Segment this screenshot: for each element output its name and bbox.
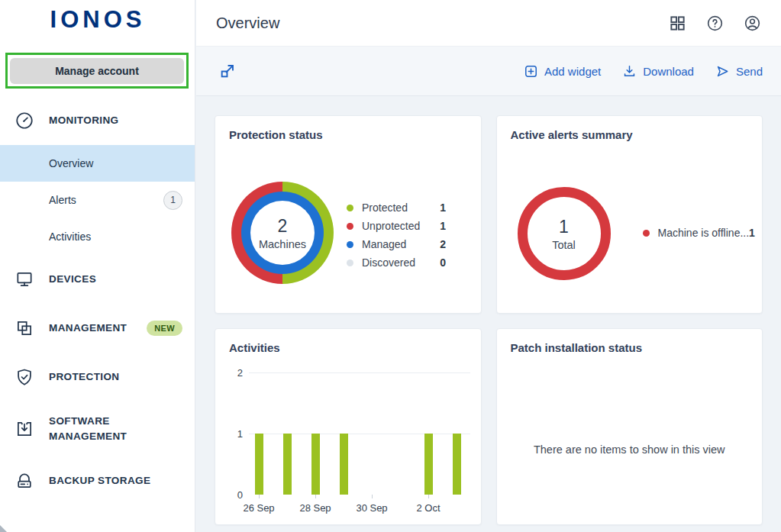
sidebar-item-overview[interactable]: Overview [0,145,195,182]
overlapping-squares-icon [15,318,34,338]
sidebar-item-label: Activities [49,231,91,243]
sidebar-item-label: DEVICES [49,272,96,287]
download-button[interactable]: Download [622,64,694,79]
send-button[interactable]: Send [715,64,763,79]
widget-title: Active alerts summary [511,128,749,141]
legend-item: Protected 1 [347,198,446,217]
dashboard-toolbar: Add widget Download Send [196,47,781,96]
y-axis-tick-label: 2 [223,367,243,379]
activity-bar [453,434,461,495]
activity-bar [283,434,292,495]
y-axis-tick-label: 0 [223,489,243,501]
sidebar-item-label: MANAGEMENT [49,321,127,336]
widget-patch-installation-status: Patch installation status There are no i… [496,328,763,525]
alerts-total-label: Total [552,239,576,251]
widget-title: Protection status [229,128,467,141]
legend-dot [347,223,353,230]
y-axis-tick-label: 1 [223,428,243,440]
x-axis-tick-label: 28 Sep [299,502,331,514]
activities-plot: 01226 Sep28 Sep30 Sep2 Oct [215,366,481,522]
sidebar-item-label: Overview [49,157,93,169]
legend-dot [643,230,650,237]
widget-activities: Activities 01226 Sep28 Sep30 Sep2 Oct [215,328,482,525]
sidebar-item-management[interactable]: MANAGEMENT NEW [0,310,195,347]
download-icon [622,64,637,79]
sidebar-resize-handle[interactable] [0,525,7,532]
dashboard-grid: Protection status 2 Machines Protected 1… [196,97,781,532]
sidebar-item-label: SOFTWARE MANAGEMENT [49,414,156,443]
gauge-icon [15,111,34,131]
legend-dot [347,241,353,248]
apps-grid-icon[interactable] [669,15,686,32]
sidebar-item-label: PROTECTION [49,369,120,385]
alerts-count-badge: 1 [163,191,182,210]
protection-donut-chart: 2 Machines [231,182,334,284]
x-axis-tick-label: 2 Oct [416,502,440,514]
manage-account-button[interactable]: Manage account [10,58,184,84]
sidebar-item-backup-storage[interactable]: BACKUP STORAGE [0,463,195,499]
legend-item: Managed 2 [347,235,446,253]
add-widget-button[interactable]: Add widget [524,64,601,79]
legend-dot [347,260,353,266]
x-axis-tick [315,495,316,498]
empty-state-text: There are no items to show in this view [497,443,763,456]
main-area: Overview [196,0,781,532]
sidebar-item-protection[interactable]: PROTECTION [0,359,195,395]
sidebar-item-label: BACKUP STORAGE [49,473,150,488]
activity-bar [255,434,263,495]
sidebar: IONOS Manage account MONITORING Overview… [0,0,195,532]
machines-count: 2 [278,216,288,237]
expand-icon[interactable] [219,63,236,79]
sidebar-item-devices[interactable]: DEVICES [0,261,195,298]
x-axis-tick-label: 26 Sep [243,502,274,514]
x-axis-tick-label: 30 Sep [356,502,387,514]
account-icon[interactable] [744,15,761,32]
widget-active-alerts-summary: Active alerts summary 1 Total Machine is… [496,115,763,314]
annotation-highlight-box: Manage account [5,53,189,89]
alerts-ring: 1 Total [518,187,611,280]
sidebar-item-label: MONITORING [49,113,119,128]
package-install-icon [15,419,34,439]
shield-check-icon [15,367,34,387]
gridline [249,372,470,373]
storage-drive-icon [15,471,34,491]
activity-bar [311,434,320,495]
send-icon [715,64,730,79]
sidebar-item-label: Alerts [49,194,76,206]
page-header: Overview [196,0,781,47]
sidebar-item-monitoring[interactable]: MONITORING [0,102,195,139]
help-icon[interactable] [706,15,724,32]
page-title: Overview [216,15,279,32]
widget-title: Activities [229,341,467,354]
legend-dot [347,205,353,211]
activity-bar [424,434,433,495]
gridline [249,434,470,434]
sidebar-item-alerts[interactable]: Alerts 1 [0,182,195,218]
ionos-logo: IONOS [0,6,195,34]
x-axis-tick [372,495,373,498]
machines-label: Machines [259,238,306,250]
legend-item: Unprotected 1 [347,217,446,235]
sidebar-nav: MONITORING Overview Alerts 1 Activities [0,89,195,499]
x-axis-tick [259,495,260,498]
protection-legend: Protected 1 Unprotected 1 Managed 2 Disc… [347,198,446,272]
plus-square-icon [524,64,538,79]
monitor-icon [15,269,34,289]
legend-item: Discovered 0 [347,253,446,272]
alerts-total-count: 1 [559,217,569,237]
sidebar-item-software-management[interactable]: SOFTWARE MANAGEMENT [0,408,195,450]
sidebar-item-activities[interactable]: Activities [0,218,195,255]
widget-title: Patch installation status [511,341,749,354]
x-axis-tick [428,495,429,498]
widget-protection-status: Protection status 2 Machines Protected 1… [215,115,482,314]
alerts-legend: Machine is offline... 1 [643,227,747,239]
new-badge: NEW [147,321,182,336]
activity-bar [340,434,348,495]
